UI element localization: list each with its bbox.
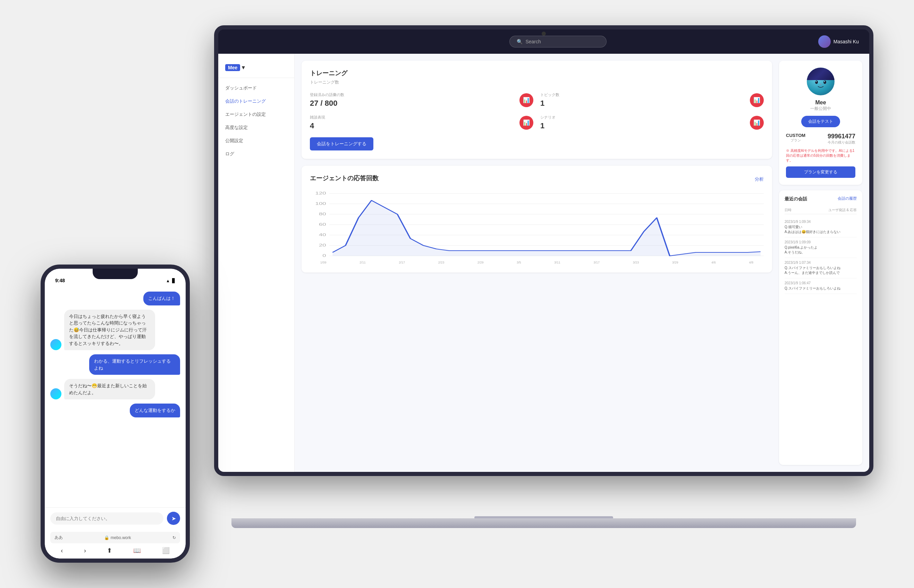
forward-button[interactable]: › <box>84 547 86 554</box>
chart-x-labels: 1/092/112/172/232/293/53/113/173/233/294… <box>310 261 764 264</box>
sidebar-logo: Mee ▾ <box>218 61 294 78</box>
stat-scenario-icon: 📊 <box>750 116 764 130</box>
laptop-screen: 🔍 Search Masashi Ku Mee ▾ ダッシュボード <box>218 29 869 472</box>
msg-1: こんばんは！ <box>50 292 180 305</box>
chart-svg: 120 100 80 60 40 20 0 <box>310 190 764 259</box>
stat-topic-icon: 📊 <box>750 93 764 107</box>
test-chat-button[interactable]: 会話をテスト <box>801 116 840 127</box>
svg-point-16 <box>823 81 826 84</box>
chart-header: エージェントの応答回数 分析 <box>310 174 764 184</box>
conv-title: 最近の会話 <box>784 196 807 202</box>
stat-topic: トピック数 1 📊 <box>540 92 764 108</box>
stat-scenario-value: 1 <box>540 121 556 130</box>
agent-name: Mee <box>786 100 856 106</box>
keyboard-hint: ああ <box>55 535 63 541</box>
svg-point-17 <box>816 81 817 82</box>
msg-3: わかる、運動するとリフレッシュするよね <box>50 354 180 375</box>
stat-casual-icon: 📊 <box>519 116 533 130</box>
plan-info: CUSTOM プラン 99961477 今月の残り会話数 <box>786 133 856 145</box>
chat-input[interactable] <box>50 512 164 525</box>
wifi-icon: ▲ <box>166 278 170 283</box>
sidebar-item-public[interactable]: 公開設定 <box>218 134 294 147</box>
msg-avatar-2 <box>50 339 62 350</box>
user-name: Masashi Ku <box>833 39 859 44</box>
col-time: 日時 <box>784 208 791 213</box>
msg-bubble-4: そうだね〜😁最近また新しいことを始めたんだよ。 <box>64 379 155 399</box>
phone-nav-bar: ‹ › ⬆ 📖 ⬜ <box>50 547 180 554</box>
conv-time-1: 2023/1/9 1:09:34 <box>784 220 857 224</box>
search-icon: 🔍 <box>517 39 523 44</box>
msg-avatar-4 <box>50 388 62 399</box>
right-panel: Mee 一般公開中 会話をテスト CUSTOM プラン 999614 <box>779 61 862 465</box>
phone-status-icons: ▲ ▊ <box>166 278 175 283</box>
conv-q-1: Q.猫可愛い <box>784 225 857 229</box>
sidebar-item-training[interactable]: 会話のトレーニング <box>218 95 294 108</box>
svg-text:0: 0 <box>322 254 326 258</box>
user-avatar <box>818 36 831 48</box>
plan-label: プラン <box>786 138 805 143</box>
svg-point-18 <box>824 81 825 82</box>
conv-header: 最近の会話 会話の履歴 <box>784 196 857 202</box>
sidebar-item-advanced[interactable]: 高度な設定 <box>218 121 294 134</box>
phone: 9:48 ▲ ▊ こんばんは！ 今日はちょっと疲れたから早く寝ようと思ってたらこ… <box>41 265 190 563</box>
msg-bubble-3: わかる、運動するとリフレッシュするよね <box>89 354 180 375</box>
svg-text:20: 20 <box>319 243 326 247</box>
warning-text: ※ 高精度AIモデルを利用中です。AIによる1回の応答は通常の5回分の回数を消費… <box>786 149 856 163</box>
msg-bubble-1: こんばんは！ <box>143 292 180 305</box>
agent-card: Mee 一般公開中 会話をテスト CUSTOM プラン 999614 <box>779 61 862 185</box>
conv-row-4: 2023/1/9 1:06:47 Q.スパイファミリーおもしろいよね <box>784 278 857 294</box>
sidebar-item-agent-settings[interactable]: エージェントの設定 <box>218 108 294 121</box>
phone-screen: 9:48 ▲ ▊ こんばんは！ 今日はちょっと疲れたから早く寝ようと思ってたらこ… <box>45 269 186 559</box>
conv-history-link[interactable]: 会話の履歴 <box>838 196 857 202</box>
sidebar-item-log[interactable]: ログ <box>218 147 294 160</box>
phone-url-bar: ああ 🔒 mebo.work ↻ <box>50 532 180 543</box>
training-card: トレーニング トレーニング数 登録済みの語彙の数 27 / 800 📊 <box>301 61 772 159</box>
stats-grid: 登録済みの語彙の数 27 / 800 📊 トピック数 1 <box>310 92 764 130</box>
tabs-button[interactable]: ⬜ <box>162 547 170 554</box>
stat-casual-label: 雑談表現 <box>310 115 325 120</box>
stat-casual: 雑談表現 4 📊 <box>310 115 533 130</box>
url-display: 🔒 mebo.work <box>104 535 131 540</box>
remaining-count: 99961477 <box>828 133 856 140</box>
laptop-body: 🔍 Search Masashi Ku Mee ▾ ダッシュボード <box>214 25 873 476</box>
search-bar[interactable]: 🔍 Search <box>509 36 606 47</box>
send-button[interactable]: ➤ <box>167 512 180 525</box>
stat-topic-value: 1 <box>540 99 559 108</box>
share-button[interactable]: ⬆ <box>107 547 112 554</box>
conv-a-2: A.そうだね、 <box>784 250 857 255</box>
stat-casual-value: 4 <box>310 121 325 130</box>
battery-icon: ▊ <box>172 278 175 283</box>
svg-text:40: 40 <box>319 233 326 237</box>
stat-scenario-label: シナリオ <box>540 115 556 120</box>
training-subtitle: トレーニング数 <box>310 79 764 85</box>
conv-a-3: A.うーん、まだ途中までしか読んで <box>784 270 857 275</box>
change-plan-button[interactable]: プランを変更する <box>786 166 856 178</box>
conversations-card: 最近の会話 会話の履歴 日時 ユーザ発話 & 応答 2023/1/9 1:09:… <box>779 191 862 465</box>
laptop: 🔍 Search Masashi Ku Mee ▾ ダッシュボード <box>214 25 873 528</box>
laptop-base <box>232 518 856 528</box>
bookmarks-button[interactable]: 📖 <box>133 547 141 554</box>
user-badge[interactable]: Masashi Ku <box>818 36 859 48</box>
chart-title: エージェントの応答回数 <box>310 174 379 183</box>
conv-q-4: Q.スパイファミリーおもしろいよね <box>784 286 857 291</box>
train-button[interactable]: 会話をトレーニングする <box>310 137 373 150</box>
agent-status: 一般公開中 <box>786 106 856 111</box>
stat-vocab: 登録済みの語彙の数 27 / 800 📊 <box>310 92 533 108</box>
svg-text:80: 80 <box>319 212 326 216</box>
stat-vocab-label: 登録済みの語彙の数 <box>310 92 344 97</box>
conv-row-2: 2023/1/9 1:09:09 Q.pixel6a.よかったよ A.そうだね、 <box>784 237 857 258</box>
search-placeholder: Search <box>525 39 541 44</box>
svg-text:100: 100 <box>315 202 326 205</box>
stat-vocab-value: 27 / 800 <box>310 99 344 108</box>
sidebar-item-dashboard[interactable]: ダッシュボード <box>218 81 294 95</box>
main-content: トレーニング トレーニング数 登録済みの語彙の数 27 / 800 📊 <box>295 54 869 472</box>
svg-marker-14 <box>332 200 760 256</box>
refresh-icon[interactable]: ↻ <box>172 535 176 540</box>
back-button[interactable]: ‹ <box>61 547 63 554</box>
msg-5: どんな運動をするか <box>50 404 180 417</box>
conv-row-3: 2023/1/9 1:07:34 Q.スパイファミリーおもしろいよね A.うーん… <box>784 258 857 278</box>
chart-analysis-link[interactable]: 分析 <box>755 176 764 183</box>
col-content: ユーザ発話 & 応答 <box>828 208 857 213</box>
conv-q-3: Q.スパイファミリーおもしろいよね <box>784 266 857 270</box>
center-panel: トレーニング トレーニング数 登録済みの語彙の数 27 / 800 📊 <box>301 61 772 465</box>
